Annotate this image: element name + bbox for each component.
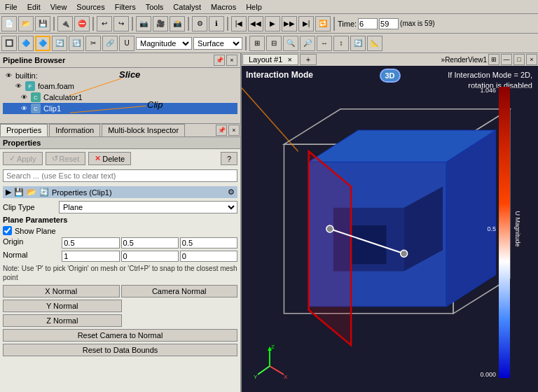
disconnect-button[interactable]: ⛔ <box>74 16 90 31</box>
colorbar-gradient <box>499 87 510 378</box>
tool-btn1[interactable]: 🔲 <box>1 36 17 51</box>
view-btn4[interactable]: 🔎 <box>300 36 315 51</box>
new-button[interactable]: 📄 <box>1 16 17 31</box>
menu-tools[interactable]: Tools <box>144 2 166 12</box>
camera-btn1[interactable]: 📷 <box>136 16 151 31</box>
magnitude-select[interactable]: Magnitude <box>136 37 192 50</box>
info-btn[interactable]: ℹ <box>209 16 224 31</box>
search-input[interactable] <box>3 169 237 182</box>
y-normal-button[interactable]: Y Normal <box>3 300 122 312</box>
connect-button[interactable]: 🔌 <box>57 16 73 31</box>
3d-mode-btn[interactable]: 3D <box>379 69 400 83</box>
menu-filters[interactable]: Filters <box>113 2 138 12</box>
normal-x-input[interactable] <box>62 251 119 262</box>
new-layout-btn[interactable]: + <box>300 54 317 65</box>
tool-btn5[interactable]: 🔃 <box>69 36 84 51</box>
view-btn1[interactable]: ⊞ <box>249 36 265 51</box>
pipeline-pin-btn[interactable]: 📌 <box>214 55 225 66</box>
calculator-icon: C <box>31 92 41 102</box>
save-button[interactable]: 💾 <box>35 16 50 31</box>
origin-y-input[interactable] <box>121 237 179 248</box>
pipeline-item-clip1[interactable]: 👁 C Clip1 <box>3 103 237 114</box>
section-save-icon[interactable]: 💾 <box>14 188 24 197</box>
view-btn5[interactable]: ↔ <box>317 36 332 51</box>
menu-file[interactable]: File <box>3 2 20 12</box>
view-btn7[interactable]: 🔄 <box>350 36 366 51</box>
pipeline-item-foam[interactable]: 👁 F foam.foam <box>3 80 237 92</box>
x-normal-button[interactable]: X Normal <box>3 285 120 298</box>
tab-properties[interactable]: Properties <box>0 124 48 136</box>
view-min-btn[interactable]: — <box>501 54 512 65</box>
play-btn[interactable]: ▶ <box>265 16 280 31</box>
clip-type-select[interactable]: Plane <box>59 201 237 214</box>
view-btn8[interactable]: 📐 <box>367 36 382 51</box>
frame-input[interactable] <box>379 18 399 29</box>
normal-btns-row3: Z Normal <box>3 314 237 327</box>
tool-btn4[interactable]: 🔄 <box>52 36 67 51</box>
props-close-btn[interactable]: × <box>228 125 240 136</box>
normal-row: Normal <box>3 251 237 262</box>
next-frame-btn[interactable]: ▶▶ <box>282 16 297 31</box>
menu-edit[interactable]: Edit <box>25 2 43 12</box>
svg-point-14 <box>326 225 333 232</box>
prev-frame-btn[interactable]: ◀◀ <box>248 16 263 31</box>
pipeline-close-btn[interactable]: × <box>226 55 237 66</box>
surface-select[interactable]: Surface <box>193 37 242 50</box>
camera-normal-button[interactable]: Camera Normal <box>121 285 238 298</box>
menu-sources[interactable]: Sources <box>74 2 106 12</box>
view-undock-btn[interactable]: ⊞ <box>488 54 499 65</box>
z-normal-button[interactable]: Z Normal <box>3 314 122 327</box>
view-close-btn[interactable]: × <box>526 54 537 65</box>
menu-help[interactable]: Help <box>244 2 264 12</box>
camera-btn2[interactable]: 🎥 <box>153 16 168 31</box>
redo-button[interactable]: ↪ <box>113 16 129 31</box>
view-btn6[interactable]: ↕ <box>333 36 349 51</box>
origin-x-input[interactable] <box>62 237 119 248</box>
view-max-btn[interactable]: □ <box>513 54 525 65</box>
props-pin-btn[interactable]: 📌 <box>216 125 227 136</box>
pipeline-item-calculator1[interactable]: 👁 C Calculator1 <box>3 92 237 103</box>
reset-camera-button[interactable]: Reset Camera to Normal <box>3 329 237 342</box>
menu-macros[interactable]: Macros <box>209 2 238 12</box>
section-load-icon[interactable]: 📂 <box>27 188 36 197</box>
section-refresh-icon[interactable]: 🔄 <box>39 188 49 197</box>
tool-btn6[interactable]: ✂ <box>85 36 101 51</box>
normal-y-input[interactable] <box>121 251 179 262</box>
layout-tab-close[interactable]: × <box>287 55 291 64</box>
settings-btn[interactable]: ⚙ <box>192 16 207 31</box>
view-btn2[interactable]: ⊟ <box>266 36 282 51</box>
tool-btn8[interactable]: U <box>119 36 134 51</box>
view-btn3[interactable]: 🔍 <box>283 36 298 51</box>
reset-data-button[interactable]: Reset to Data Bounds <box>3 344 237 356</box>
undo-button[interactable]: ↩ <box>97 16 112 31</box>
reset-button[interactable]: ↺ Reset <box>46 152 86 165</box>
apply-button[interactable]: ✓ Apply <box>3 152 43 165</box>
sep6 <box>333 17 335 31</box>
canvas-area[interactable]: 3D Interaction Mode If Interaction Mode … <box>242 66 538 392</box>
tab-multiblock[interactable]: Multi-block Inspector <box>102 124 185 136</box>
normal-z-input[interactable] <box>180 251 237 262</box>
menu-view[interactable]: View <box>48 2 69 12</box>
screenshot-btn[interactable]: 📸 <box>170 16 185 31</box>
svg-text:X: X <box>284 374 287 380</box>
loop-btn[interactable]: 🔁 <box>315 16 331 31</box>
slice-annotation: Slice <box>119 69 140 80</box>
time-input[interactable] <box>358 18 378 29</box>
origin-z-input[interactable] <box>180 237 237 248</box>
svg-point-15 <box>401 250 408 257</box>
tool-btn7[interactable]: 🔗 <box>102 36 118 51</box>
tab-information[interactable]: Information <box>49 124 100 136</box>
first-frame-btn[interactable]: |◀ <box>231 16 247 31</box>
layout-tab[interactable]: Layout #1 × <box>242 54 298 65</box>
help-button[interactable]: ? <box>221 152 237 165</box>
show-plane-checkbox[interactable] <box>3 226 12 235</box>
open-button[interactable]: 📂 <box>18 16 34 31</box>
sep7 <box>245 36 247 50</box>
section-settings-icon[interactable]: ⚙ <box>228 188 235 197</box>
delete-button[interactable]: ✕ Delete <box>88 152 131 165</box>
tool-btn2[interactable]: 🔷 <box>18 36 34 51</box>
last-frame-btn[interactable]: ▶| <box>298 16 314 31</box>
colorbar-min-label: 0.000 <box>480 371 496 378</box>
tool-btn3[interactable]: 🔷 <box>35 36 50 51</box>
menu-catalyst[interactable]: Catalyst <box>171 2 203 12</box>
